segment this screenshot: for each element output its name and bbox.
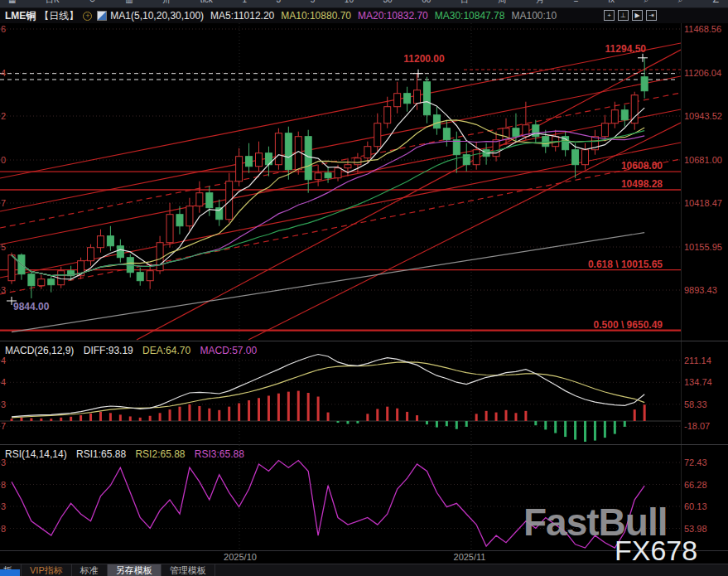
toolbar-button-5[interactable]: tick bbox=[200, 0, 213, 6]
clipped-left-axis-digit-2: 2 bbox=[1, 111, 6, 121]
macd-left-digit-1: 4 bbox=[1, 377, 6, 387]
toolbar-button-0[interactable]: ▦ bbox=[8, 0, 16, 6]
price-axis-label-4: 10418.47 bbox=[684, 198, 722, 208]
clipped-left-axis-digit-6: 3 bbox=[1, 285, 6, 295]
toolbar-button-6[interactable]: 1 bbox=[242, 0, 247, 6]
bottom-tab-4[interactable]: 管理模板 bbox=[162, 564, 215, 576]
time-axis-label-1: 2025/11 bbox=[436, 552, 503, 562]
peak-price-annotation: 11200.00 bbox=[374, 53, 474, 65]
level-line-label-3: 0.500 \ 9650.49 bbox=[464, 319, 663, 331]
active-tab-indicator bbox=[0, 569, 20, 576]
toolbar-button-15[interactable]: ≡ bbox=[574, 0, 579, 6]
level-line-label-2: 0.618 \ 10015.65 bbox=[464, 259, 663, 270]
symbol-label: LME铜 bbox=[5, 9, 36, 23]
toolbar-button-8[interactable]: 5 bbox=[311, 0, 316, 6]
rsi-left-digit-2: 3 bbox=[1, 501, 6, 511]
toolbar-button-18[interactable]: ⌕ bbox=[678, 0, 683, 6]
exit-chart-icon[interactable]: ⇥ bbox=[646, 10, 657, 21]
level-line-label-0: 10608.00 bbox=[464, 160, 663, 172]
level-line-label-1: 10498.28 bbox=[464, 178, 663, 190]
rsi-settings-label[interactable]: RSI(14,14,14) bbox=[5, 448, 67, 460]
clipped-left-axis-digit-5: 5 bbox=[1, 242, 6, 252]
price-axis-label-5: 10155.95 bbox=[684, 242, 722, 252]
rsi2-value: RSI2:65.88 bbox=[135, 448, 185, 460]
bottom-tab-2[interactable]: 标准 bbox=[72, 564, 108, 576]
ma-value-1: MA10:10880.70 bbox=[281, 10, 351, 22]
rsi-axis-label-3: 53.98 bbox=[684, 524, 707, 534]
rsi-left-digit-1: 8 bbox=[1, 480, 6, 490]
pan-icon[interactable]: + bbox=[604, 10, 615, 21]
add-indicator-icon[interactable]: + bbox=[83, 12, 92, 21]
macd-left-digit-2: 3 bbox=[1, 399, 6, 409]
ma-value-0: MA5:11012.20 bbox=[210, 10, 274, 22]
low-price-annotation: 9844.00 bbox=[13, 301, 49, 312]
toolbar-button-17[interactable]: ⌕ bbox=[644, 0, 648, 6]
clipped-left-axis-digit-1: 4 bbox=[1, 68, 6, 78]
macd-settings-label[interactable]: MACD(26,12,9) bbox=[5, 345, 74, 356]
top-toolbar: ▦日K↻▥卅tick135103060日周月≡fx⌕⌕∠ bbox=[0, 0, 728, 8]
macd-axis-label-3: -18.07 bbox=[684, 421, 710, 431]
toolbar-button-11[interactable]: 60 bbox=[422, 0, 431, 6]
macd-dea-value: DEA:64.70 bbox=[142, 345, 190, 356]
price-axis-label-3: 10681.00 bbox=[684, 155, 722, 165]
macd-macd-value: MACD:57.00 bbox=[200, 345, 257, 356]
toolbar-button-3[interactable]: ▥ bbox=[125, 0, 133, 6]
rsi-axis-label-0: 72.43 bbox=[684, 457, 707, 467]
macd-title-row: MACD(26,12,9) DIFF:93.19 DEA:64.70 MACD:… bbox=[5, 345, 263, 356]
trading-app-window: { "toolbar": { "fragments": ["▦","日K","↻… bbox=[0, 0, 728, 576]
macd-left-digit-0: 4 bbox=[1, 356, 6, 365]
axis-scale-icon[interactable]: ⊥ bbox=[618, 10, 629, 21]
toolbar-button-9[interactable]: 10 bbox=[345, 0, 354, 6]
toolbar-button-16[interactable]: fx bbox=[608, 0, 615, 6]
rsi-left-digit-0: 3 bbox=[1, 457, 6, 467]
clipped-left-axis-digit-4: 7 bbox=[1, 198, 6, 208]
macd-panel[interactable]: MACD(26,12,9) DIFF:93.19 DEA:64.70 MACD:… bbox=[0, 341, 728, 445]
rsi1-value: RSI1:65.88 bbox=[76, 448, 126, 460]
fx678-watermark: FX678 bbox=[615, 535, 697, 567]
ma-value-4: MA100:10 bbox=[511, 10, 557, 22]
macd-axis-label-2: 58.33 bbox=[684, 399, 707, 409]
bottom-tab-1[interactable]: VIP指标 bbox=[22, 564, 72, 576]
playback-icon[interactable]: ▶ bbox=[632, 10, 643, 21]
toolbar-button-4[interactable]: 卅 bbox=[162, 0, 171, 6]
rsi-left-digit-3: 8 bbox=[1, 524, 6, 534]
indicator-info-bar: LME铜 【日线】 + MA1(5,10,20,30,100) MA5:1101… bbox=[0, 8, 728, 23]
ma-settings-label[interactable]: MA1(5,10,20,30,100) bbox=[110, 10, 204, 22]
macd-axis-label-1: 134.74 bbox=[684, 377, 712, 387]
toolbar-button-2[interactable]: ↻ bbox=[89, 0, 95, 6]
rsi3-value: RSI3:65.88 bbox=[195, 448, 244, 460]
toolbar-button-13[interactable]: 周 bbox=[499, 0, 507, 6]
price-axis-label-2: 10943.52 bbox=[684, 111, 722, 121]
clipped-left-axis-digit-3: 0 bbox=[1, 155, 6, 165]
candlestick-chart-panel[interactable]: 11468.5611206.0410943.5210681.0010418.47… bbox=[0, 23, 728, 341]
price-axis-label-1: 11206.04 bbox=[684, 68, 721, 78]
macd-diff-value: DIFF:93.19 bbox=[84, 345, 133, 356]
bottom-tab-3[interactable]: 另存模板 bbox=[108, 564, 162, 576]
period-label[interactable]: 【日线】 bbox=[39, 9, 79, 23]
toolbar-button-1[interactable]: 日K bbox=[46, 0, 60, 6]
macd-axis-label-0: 211.14 bbox=[684, 356, 711, 365]
rsi-axis-label-1: 66.28 bbox=[684, 480, 707, 490]
toolbar-button-12[interactable]: 日 bbox=[460, 0, 469, 6]
toolbar-button-7[interactable]: 3 bbox=[277, 0, 282, 6]
rsi-axis-label-2: 60.13 bbox=[684, 501, 707, 511]
rsi-title-row: RSI(14,14,14) RSI1:65.88 RSI2:65.88 RSI3… bbox=[5, 448, 251, 460]
chart-style-icon[interactable] bbox=[97, 11, 107, 21]
high-price-annotation: 11294.50 bbox=[542, 43, 646, 55]
ma-value-3: MA30:10847.78 bbox=[435, 10, 505, 22]
macd-left-digit-3: 7 bbox=[1, 421, 6, 431]
price-axis-label-6: 9893.43 bbox=[684, 285, 717, 295]
macd-canvas[interactable] bbox=[0, 341, 681, 445]
toolbar-button-14[interactable]: 月 bbox=[536, 0, 544, 6]
toolbar-button-19[interactable]: ∠ bbox=[712, 0, 720, 6]
ma-value-2: MA20:10832.70 bbox=[358, 10, 428, 22]
clipped-left-axis-digit-0: 6 bbox=[1, 24, 6, 34]
price-axis-label-0: 11468.56 bbox=[684, 24, 721, 34]
toolbar-button-10[interactable]: 30 bbox=[383, 0, 393, 6]
price-axis-divider bbox=[681, 23, 682, 341]
time-axis-label-0: 2025/10 bbox=[207, 552, 273, 562]
